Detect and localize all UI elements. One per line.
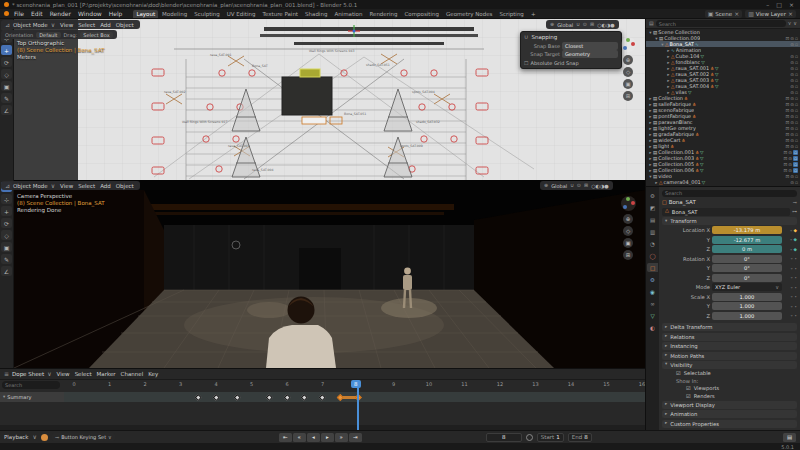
lock-icon[interactable]: ∘ [790, 294, 793, 299]
panel-header-relations[interactable]: ▸Relations [662, 333, 797, 341]
filter-icon[interactable]: ⋎ [788, 21, 792, 26]
transform-tool-icon[interactable]: ▣ [1, 81, 12, 91]
axis-gizmo[interactable] [621, 196, 636, 211]
rotation-mode-dropdown[interactable]: XYZ Euler∨ [712, 283, 782, 291]
panel-header-instancing[interactable]: ▸Instancing [662, 342, 797, 350]
render-toggle-icon[interactable]: ▫ [793, 156, 798, 161]
next-keyframe-button[interactable]: » [335, 433, 348, 442]
dope-sheet-search-input[interactable]: Search [2, 381, 60, 389]
frame-end-field[interactable]: End 8 [568, 433, 592, 442]
outliner-item-camera04-001[interactable]: ▸△camera04_001▽⊙▫ [646, 179, 800, 185]
keyframe-decorator-icon[interactable]: ∙ [794, 275, 797, 280]
zoom-icon[interactable]: ⊕ [623, 214, 633, 224]
screen-toggle-icon[interactable]: ⊡ [785, 102, 789, 107]
play-reverse-button[interactable]: ◂ [307, 433, 320, 442]
render-toggle-icon[interactable]: ▫ [795, 114, 798, 119]
hide-toggle-icon[interactable]: ⊙ [790, 102, 794, 107]
render-toggle-icon[interactable]: ▫ [795, 96, 798, 101]
hide-toggle-icon[interactable]: ⊙ [790, 138, 794, 143]
show-in-renders[interactable]: ☑Renders [662, 392, 797, 400]
screen-toggle-icon[interactable]: ⊡ [783, 156, 787, 161]
hide-toggle-icon[interactable]: ⊙ [790, 180, 794, 185]
playback-menu[interactable]: Playback [4, 434, 29, 440]
render-toggle-icon[interactable]: ▫ [795, 84, 798, 89]
shading-mode-icons[interactable]: ○◐◑● [591, 183, 608, 189]
render-toggle-icon[interactable]: ▫ [795, 108, 798, 113]
screen-toggle-icon[interactable]: ⊡ [785, 144, 789, 149]
annotate-tool-icon[interactable]: ✎ [1, 254, 12, 264]
menu-channel[interactable]: Channel [119, 371, 146, 377]
camera-icon[interactable]: ▣ [623, 79, 633, 89]
menubar-item-edit[interactable]: Edit [28, 10, 46, 17]
lock-icon[interactable]: ∘ [790, 247, 793, 252]
keyframe-decorator-icon[interactable]: ◆ [794, 237, 797, 242]
lock-icon[interactable]: ∘ [790, 237, 793, 242]
keyframe-decorator-icon[interactable]: ◆ [794, 247, 797, 252]
playhead-frame-badge[interactable]: 8 [351, 380, 361, 388]
move-tool-icon[interactable]: + [1, 206, 12, 216]
mode-selector[interactable]: Object Mode [13, 22, 48, 28]
hide-toggle-icon[interactable]: ⊙ [790, 126, 794, 131]
snap-magnet-icon[interactable]: ∪ [570, 183, 574, 188]
hide-toggle-icon[interactable]: ⊙ [788, 162, 792, 167]
add-workspace-button[interactable]: + [528, 10, 539, 18]
outliner-editor-icon[interactable]: ▤ [649, 21, 654, 26]
keyframe-decorator-icon[interactable]: ∙ [794, 313, 797, 318]
render-toggle-icon[interactable]: ▫ [795, 42, 798, 47]
field-value[interactable]: 0° [712, 274, 782, 282]
camera-icon[interactable]: ▣ [623, 238, 633, 248]
workspace-tab-compositing[interactable]: Compositing [402, 10, 442, 18]
zoom-icon[interactable]: ⊕ [623, 55, 633, 65]
keyframe-decorator-icon[interactable]: ∙ [794, 294, 797, 299]
grid-icon[interactable]: ⊞ [623, 91, 633, 101]
menu-add[interactable]: Add [98, 22, 113, 28]
visibility-row-selectable[interactable]: ☑Selectable [662, 370, 797, 378]
workspace-tab-uv-editing[interactable]: UV Editing [224, 10, 259, 18]
transform-panel-header[interactable]: ▾ Transform [662, 217, 797, 225]
hide-toggle-icon[interactable]: ⊙ [790, 96, 794, 101]
field-value[interactable]: -12.677 m [712, 236, 782, 244]
checkbox-icon[interactable]: ☑ [686, 393, 691, 399]
properties-tab-constraints[interactable]: ∞ [647, 299, 658, 308]
hide-toggle-icon[interactable]: ⊙ [790, 174, 794, 179]
checkbox-icon[interactable]: ☑ [676, 370, 681, 376]
hide-toggle-icon[interactable]: ⊙ [790, 120, 794, 125]
field-value[interactable]: 1.000 [712, 312, 782, 320]
panel-header-delta-transform[interactable]: ▸Delta Transform [662, 323, 797, 331]
hide-toggle-icon[interactable]: ⊙ [790, 54, 794, 59]
screen-toggle-icon[interactable]: ⊡ [785, 114, 789, 119]
hide-toggle-icon[interactable]: ⊙ [788, 156, 792, 161]
keying-record-icon[interactable] [526, 434, 533, 441]
editor-type-icon[interactable]: ⊿ [5, 22, 10, 28]
properties-search-input[interactable]: Search [662, 190, 797, 197]
hide-toggle-icon[interactable]: ⊙ [790, 90, 794, 95]
visibility-panel-header[interactable]: ▾ Visibility [662, 361, 797, 369]
panel-header-animation[interactable]: ▸Animation [662, 410, 797, 418]
properties-tab-scene[interactable]: ◔ [647, 239, 658, 248]
menu-select[interactable]: Select [73, 371, 94, 377]
rotate-tool-icon[interactable]: ⟳ [1, 57, 12, 67]
jump-end-button[interactable]: ⇥ [349, 433, 362, 442]
screen-toggle-icon[interactable]: ⊡ [785, 120, 789, 125]
screen-toggle-icon[interactable]: ⊡ [785, 36, 789, 41]
screen-toggle-icon[interactable]: ⊡ [783, 162, 787, 167]
screen-toggle-icon[interactable]: ⊡ [785, 138, 789, 143]
drag-dropdown[interactable]: Select Box [80, 32, 112, 38]
library-override-icon[interactable]: ⊶ [792, 209, 797, 214]
mode-selector[interactable]: Object Mode [13, 183, 48, 189]
keyframe-decorator-icon[interactable]: ◆ [794, 228, 797, 233]
properties-tab-modifiers[interactable]: ⚙ [647, 275, 658, 284]
hide-toggle-icon[interactable]: ⊙ [788, 168, 792, 173]
outliner-search-input[interactable]: Search [656, 20, 786, 27]
snap-checkbox-row[interactable]: ☐ Absolute Grid Snap [524, 60, 618, 66]
workspace-tab-texture-paint[interactable]: Texture Paint [260, 10, 302, 18]
keyframe-decorator-icon[interactable]: ∙ [794, 256, 797, 261]
maximize-button[interactable]: □ [776, 1, 782, 8]
editor-type-icon[interactable]: ⊿ [5, 183, 10, 189]
panel-header-viewport-display[interactable]: ▸Viewport Display [662, 401, 797, 409]
field-value[interactable]: 1.000 [712, 293, 782, 301]
hide-toggle-icon[interactable]: ⊙ [790, 42, 794, 47]
workspace-tab-layout[interactable]: Layout [133, 10, 158, 18]
render-toggle-icon[interactable]: ▫ [795, 132, 798, 137]
snap-setting-row[interactable]: Snap TargetGeometry [524, 50, 618, 58]
